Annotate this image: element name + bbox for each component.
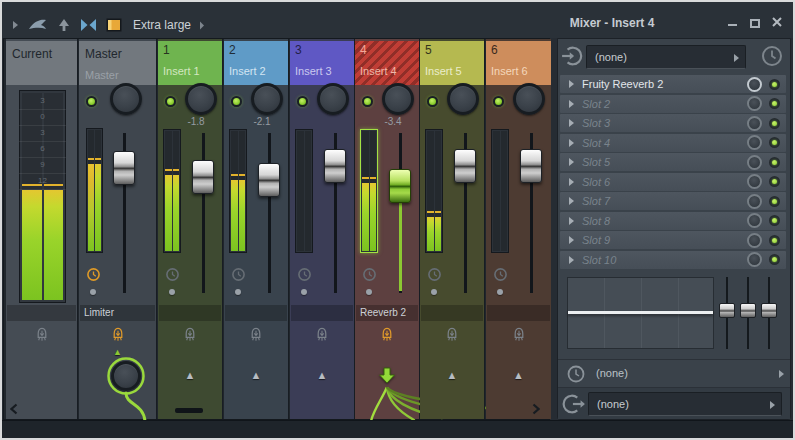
slot-enable-led[interactable] [769, 235, 780, 246]
volume-fader[interactable] [192, 133, 214, 293]
close-button[interactable] [770, 15, 783, 28]
plugin-slot-2[interactable]: Slot 2 [560, 95, 786, 113]
slot-enable-led[interactable] [769, 157, 780, 168]
current-strip-header[interactable]: Current [6, 41, 77, 85]
slot-enable-led[interactable] [769, 215, 780, 226]
rack-clock-icon[interactable] [760, 44, 784, 68]
channel-strip-5[interactable]: 5 Insert 5 ▲ [420, 39, 485, 419]
scroll-right-icon[interactable] [532, 403, 540, 415]
status-dot[interactable] [169, 289, 175, 295]
status-dot[interactable] [431, 289, 437, 295]
mixer-menu-arrow-icon[interactable] [12, 20, 19, 30]
slot-enable-led[interactable] [769, 79, 780, 90]
fader-handle[interactable] [454, 149, 476, 183]
pan-knob[interactable] [447, 83, 479, 115]
slot-mix-knob[interactable] [747, 213, 762, 228]
plugin-slot-3[interactable]: Slot 3 [560, 114, 786, 132]
slot-enable-led[interactable] [769, 254, 780, 265]
route-down-arrow-icon[interactable] [378, 367, 396, 384]
audio-input-select[interactable]: (none) [586, 45, 746, 69]
slot-mix-knob[interactable] [747, 194, 762, 209]
channel-strip-1[interactable]: 1 Insert 1 -1.8 ▲ [158, 39, 223, 419]
mute-led[interactable] [493, 96, 504, 107]
track-clock-icon[interactable] [493, 267, 508, 282]
mute-led[interactable] [297, 96, 308, 107]
eq-band-fader-high[interactable] [760, 277, 778, 349]
slot-enable-led[interactable] [769, 98, 780, 109]
route-arrow-icon[interactable]: ▲ [251, 369, 262, 381]
slot-mix-knob[interactable] [747, 155, 762, 170]
master-route-arrow-icon[interactable]: ▲ [113, 347, 122, 357]
channel-strip-6[interactable]: 6 Insert 6 ▲ [486, 39, 551, 419]
track-clock-icon[interactable] [165, 267, 180, 282]
slot-mix-knob[interactable] [747, 77, 762, 92]
pan-knob[interactable] [185, 83, 217, 115]
channel-header[interactable]: 1 Insert 1 [158, 41, 222, 85]
slot-enable-led[interactable] [769, 137, 780, 148]
strip-master[interactable]: Master Master Limiter [79, 39, 157, 419]
pan-knob[interactable] [382, 83, 414, 115]
send-switch-icon[interactable] [512, 327, 526, 345]
mute-led[interactable] [165, 96, 176, 107]
mute-led[interactable] [362, 96, 373, 107]
track-clock-icon[interactable] [427, 267, 442, 282]
fader-handle[interactable] [192, 160, 214, 194]
volume-fader[interactable] [389, 133, 411, 293]
slot-mix-knob[interactable] [747, 135, 762, 150]
pan-knob[interactable] [513, 83, 545, 115]
mute-led[interactable] [231, 96, 242, 107]
pan-knob[interactable] [317, 83, 349, 115]
send-switch-icon[interactable] [35, 327, 49, 345]
volume-fader[interactable] [258, 133, 280, 293]
mute-led[interactable] [427, 96, 438, 107]
fader-handle[interactable] [324, 149, 346, 183]
pan-knob[interactable] [110, 83, 142, 115]
maximize-button[interactable] [748, 15, 761, 28]
volume-fader[interactable] [113, 133, 135, 293]
plugin-slot-6[interactable]: Slot 6 [560, 173, 786, 191]
volume-fader[interactable] [324, 133, 346, 293]
view-size-label[interactable]: Extra large [133, 18, 191, 32]
plugin-slot-10[interactable]: Slot 10 [560, 251, 786, 269]
channel-header[interactable]: 5 Insert 5 [420, 41, 484, 85]
slot-mix-knob[interactable] [747, 233, 762, 248]
track-clock-icon[interactable] [297, 267, 312, 282]
status-dot[interactable] [366, 289, 372, 295]
send-amount-knob[interactable] [111, 361, 141, 391]
channel-strip-3[interactable]: 3 Insert 3 ▲ [290, 39, 355, 419]
channel-header[interactable]: 2 Insert 2 [224, 41, 288, 85]
fader-handle[interactable] [258, 163, 280, 197]
status-dot[interactable] [235, 289, 241, 295]
slot-enable-led[interactable] [769, 196, 780, 207]
channel-strip-2[interactable]: 2 Insert 2 -2.1 ▲ [224, 39, 289, 419]
send-switch-icon[interactable] [183, 327, 197, 345]
route-arrow-icon[interactable]: ▲ [447, 369, 458, 381]
send-switch-icon[interactable] [380, 327, 394, 345]
plugin-slot-7[interactable]: Slot 7 [560, 192, 786, 210]
slot-mix-knob[interactable] [747, 252, 762, 267]
minimize-button[interactable] [726, 15, 739, 28]
mute-led[interactable] [86, 96, 97, 107]
channel-header[interactable]: 6 Insert 6 [486, 41, 551, 85]
fader-handle[interactable] [520, 149, 542, 183]
status-dot[interactable] [497, 289, 503, 295]
fader-handle[interactable] [389, 169, 411, 203]
slot-enable-led[interactable] [769, 176, 780, 187]
plugin-slot-9[interactable]: Slot 9 [560, 231, 786, 249]
channel-strip-4[interactable]: 4 Insert 4 -3.4 Reeverb 2 [355, 39, 420, 419]
strip-current[interactable]: Current 3 0 3 6 9 12 [6, 39, 78, 419]
channel-header[interactable]: 3 Insert 3 [290, 41, 354, 85]
slot-mix-knob[interactable] [747, 116, 762, 131]
send-switch-icon[interactable] [249, 327, 263, 345]
status-dot[interactable] [301, 289, 307, 295]
eject-up-icon[interactable] [57, 18, 71, 32]
route-arrow-icon[interactable]: ▲ [317, 369, 328, 381]
plugin-slot-1[interactable]: Fruity Reeverb 2 [560, 75, 786, 93]
collapse-arrows-icon[interactable] [80, 19, 97, 31]
view-size-next-arrow-icon[interactable] [199, 21, 205, 30]
latency-row[interactable]: (none) [558, 359, 790, 387]
eq-display[interactable] [567, 277, 714, 349]
route-arrow-icon[interactable]: ▲ [513, 369, 524, 381]
eq-band-fader-mid[interactable] [739, 277, 757, 349]
volume-fader[interactable] [454, 133, 476, 293]
